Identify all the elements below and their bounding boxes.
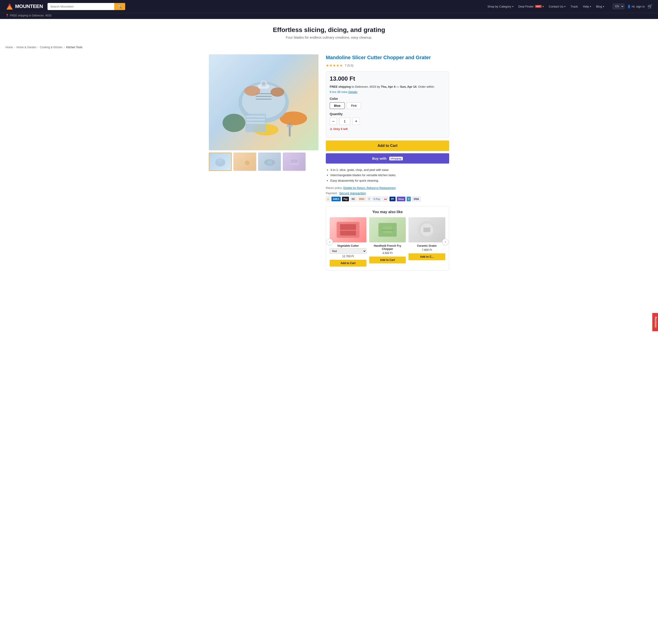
also-like-item-3: Ceramic Grater 7.800 Ft Add to C... bbox=[409, 217, 445, 267]
payment-venmo-icon: V bbox=[406, 197, 411, 202]
svg-rect-14 bbox=[246, 116, 265, 117]
payment-discover-icon: DISC bbox=[358, 197, 366, 202]
product-illustration bbox=[216, 59, 312, 146]
shoppay-logo: shoppay bbox=[389, 157, 403, 160]
svg-rect-35 bbox=[382, 230, 393, 230]
search-input[interactable] bbox=[47, 3, 114, 10]
svg-point-22 bbox=[218, 158, 223, 162]
hero-banner: Effortless slicing, dicing, and grating … bbox=[0, 19, 658, 44]
buy-now-button[interactable]: Buy with shoppay bbox=[326, 153, 449, 164]
also-item-name-1: Vegetable Cutter bbox=[330, 244, 366, 247]
breadcrumb-home[interactable]: Home bbox=[5, 46, 13, 49]
slider-prev-button[interactable]: ‹ bbox=[326, 239, 333, 245]
thumbnail-4[interactable] bbox=[283, 153, 306, 171]
hero-subtitle: Four blades for endless culinary creatio… bbox=[5, 36, 653, 39]
feature-item: 4-in-1: slice, grate, chop, and peel wit… bbox=[331, 167, 449, 172]
svg-rect-16 bbox=[246, 122, 265, 124]
thumbnail-strip bbox=[209, 153, 318, 171]
hero-title: Effortless slicing, dicing, and grating bbox=[5, 26, 653, 33]
hot-badge: HOT bbox=[535, 5, 542, 8]
payment-amex-icon: AMEX bbox=[331, 197, 341, 202]
svg-rect-32 bbox=[339, 230, 357, 231]
warning-icon: ⚠ bbox=[330, 127, 333, 131]
color-pink-button[interactable]: Pink bbox=[347, 102, 361, 109]
quantity-input[interactable] bbox=[339, 118, 350, 125]
thumbnail-3[interactable] bbox=[258, 153, 281, 171]
breadcrumb-home-garden[interactable]: Home & Garden bbox=[17, 46, 36, 49]
payment-visa-icon: VISA bbox=[412, 197, 421, 202]
payment-applepay-icon: Pay bbox=[342, 197, 349, 202]
also-like-title: You may also like bbox=[330, 210, 445, 214]
shipping-bar: 📍 FREE shipping to Debrecen, 4033 bbox=[0, 13, 658, 19]
svg-point-20 bbox=[271, 88, 284, 97]
also-add-to-cart-button-1[interactable]: Add to Cart bbox=[330, 260, 366, 267]
payment-shop-icon: Shop bbox=[396, 197, 406, 202]
svg-rect-29 bbox=[291, 162, 298, 162]
logo[interactable]: MOUNTEEN bbox=[5, 2, 43, 10]
payment-diners-icon: DC bbox=[350, 197, 357, 202]
also-item-name-3: Ceramic Grater bbox=[409, 244, 445, 247]
nav-deal-finder[interactable]: Deal Finder HOT ▾ bbox=[516, 3, 546, 10]
nav-blog[interactable]: Blog ▾ bbox=[594, 3, 606, 10]
svg-point-2 bbox=[223, 114, 245, 132]
nav-track[interactable]: Track bbox=[568, 3, 580, 10]
secure-transaction-link[interactable]: Secure transaction bbox=[339, 191, 366, 195]
svg-rect-26 bbox=[267, 161, 272, 164]
header-top: MOUNTEEN 🔍 Shop by Category ▾ Deal Finde… bbox=[0, 0, 658, 13]
also-like-image-1 bbox=[330, 217, 366, 243]
quantity-increase-button[interactable]: + bbox=[353, 118, 360, 125]
color-options: Blue Pink bbox=[330, 102, 445, 109]
also-like-item-1: Vegetable Cutter Red 12.700 Ft Add to Ca… bbox=[330, 217, 366, 267]
cart-icon[interactable]: 🛒 bbox=[648, 4, 653, 9]
color-label: Color bbox=[330, 97, 445, 100]
countdown-timer: 9 hrs 39 mins Details bbox=[330, 90, 445, 94]
thumbnail-1[interactable] bbox=[209, 153, 232, 171]
stock-warning: ⚠ Only 5 left bbox=[330, 127, 445, 131]
details-link[interactable]: Details bbox=[348, 90, 358, 94]
breadcrumb: Home › Home & Garden › Cooking & Kitchen… bbox=[0, 44, 658, 51]
svg-rect-15 bbox=[246, 119, 265, 121]
also-like-image-3 bbox=[409, 217, 445, 243]
also-add-to-cart-button-3[interactable]: Add to C... bbox=[409, 253, 445, 260]
svg-rect-18 bbox=[287, 125, 292, 127]
nav-contact-us[interactable]: Contact Us ▾ bbox=[546, 3, 568, 10]
slider-next-button[interactable]: › bbox=[442, 239, 449, 245]
payment-paypal-icon: PP bbox=[389, 197, 395, 202]
return-policy-link[interactable]: Eligible for Return, Refund or Replaceme… bbox=[343, 186, 396, 190]
payment-amazon-icon: a bbox=[326, 197, 331, 202]
quantity-decrease-button[interactable]: − bbox=[330, 118, 337, 125]
main-nav: Shop by Category ▾ Deal Finder HOT ▾ Con… bbox=[485, 3, 606, 10]
logo-icon bbox=[5, 2, 14, 10]
svg-point-19 bbox=[244, 86, 260, 96]
svg-rect-28 bbox=[291, 160, 298, 161]
quantity-label: Quantity bbox=[330, 112, 445, 116]
also-item-color-select-1[interactable]: Red bbox=[330, 248, 366, 254]
feature-item: Interchangeable blades for versatile kit… bbox=[331, 172, 449, 178]
thumbnail-2[interactable] bbox=[233, 153, 256, 171]
language-selector[interactable]: EN bbox=[613, 4, 625, 9]
product-price: 13.000 Ft bbox=[330, 75, 445, 82]
product-images bbox=[209, 54, 318, 271]
breadcrumb-current: Kitchen Tools bbox=[66, 46, 82, 49]
breadcrumb-cooking-kitchen[interactable]: Cooking & Kitchen bbox=[40, 46, 63, 49]
also-like-slider: Vegetable Cutter Red 12.700 Ft Add to Ca… bbox=[330, 217, 445, 267]
also-item-name-2: Handheld French Fry Chopper bbox=[369, 244, 406, 251]
color-blue-button[interactable]: Blue bbox=[330, 102, 345, 109]
search-button[interactable]: 🔍 bbox=[114, 3, 125, 10]
signin-link[interactable]: 👤 Hi, sign in bbox=[627, 5, 645, 8]
add-to-cart-button[interactable]: Add to Cart bbox=[326, 140, 449, 151]
chevron-down-icon: ▾ bbox=[590, 5, 591, 8]
chevron-down-icon: ▾ bbox=[512, 5, 514, 8]
return-policy: Return policy: Eligible for Return, Refu… bbox=[326, 186, 449, 190]
chevron-down-icon: ▾ bbox=[564, 5, 565, 8]
payment-mastercard-icon: ●● bbox=[383, 197, 388, 202]
product-container: Mandoline Slicer Cutter Chopper and Grat… bbox=[203, 51, 455, 278]
svg-point-24 bbox=[245, 161, 249, 165]
also-add-to-cart-button-2[interactable]: Add to Cart bbox=[369, 256, 406, 263]
logo-text: MOUNTEEN bbox=[15, 3, 43, 9]
shipping-info: FREE shipping to Debrecen, 4033 by Thu, … bbox=[330, 85, 445, 89]
also-item-price-1: 12.700 Ft bbox=[330, 255, 366, 258]
nav-shop-by-category[interactable]: Shop by Category ▾ bbox=[485, 3, 516, 10]
nav-help[interactable]: Help ▾ bbox=[581, 3, 593, 10]
search-bar: 🔍 bbox=[47, 3, 125, 10]
